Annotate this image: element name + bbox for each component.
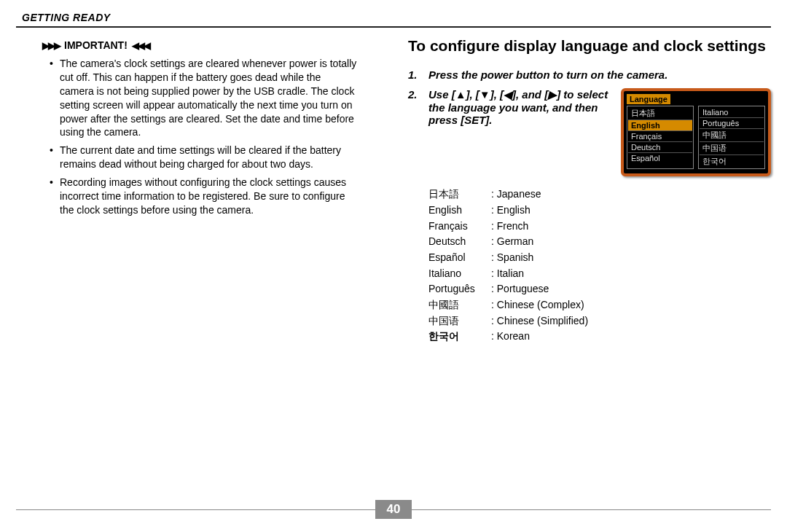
table-row: Deutsch: German — [428, 234, 771, 250]
screen-lang-item: Italiano — [700, 107, 764, 118]
language-legend-table: 日本語: Japanese English: English Français:… — [428, 187, 771, 345]
lang-desc: : Chinese (Simplified) — [491, 313, 588, 329]
screen-lang-item: Français — [628, 131, 692, 142]
table-row: 中国语: Chinese (Simplified) — [428, 313, 771, 329]
left-column: ▶▶▶ IMPORTANT! ◀◀◀ The camera's clock se… — [16, 35, 379, 345]
page-title: To configure display language and clock … — [408, 36, 771, 55]
list-item: The current date and time settings will … — [60, 144, 357, 171]
page-number: 40 — [375, 500, 412, 519]
triangle-right-icon: ▶▶▶ — [42, 40, 60, 51]
important-bullet-list: The camera's clock settings are cleared … — [60, 57, 379, 217]
lang-native: Español — [428, 250, 491, 266]
screen-lang-item: 日本語 — [628, 107, 692, 120]
section-header: GETTING READY — [16, 12, 771, 28]
screen-title: Language — [627, 94, 670, 104]
lang-desc: : French — [491, 219, 528, 235]
lang-desc: : Portuguese — [491, 281, 549, 297]
lang-desc: : English — [491, 203, 530, 219]
page-footer: 40 — [16, 500, 771, 519]
lang-native: 中国语 — [428, 313, 491, 329]
table-row: Français: French — [428, 219, 771, 235]
table-row: Português: Portuguese — [428, 281, 771, 297]
step-number: 1. — [408, 69, 421, 81]
lang-desc: : Japanese — [491, 187, 541, 203]
table-row: Italiano: Italian — [428, 266, 771, 282]
step-1-text: Press the power button to turn on the ca… — [428, 69, 667, 81]
table-row: Español: Spanish — [428, 250, 771, 266]
lang-native: 日本語 — [428, 187, 491, 203]
screen-lang-col-left: 日本語 English Français Deutsch Español — [627, 106, 694, 169]
step-2-text: Use [▲], [▼], [◀], and [▶] to select the… — [428, 88, 609, 126]
right-column: To configure display language and clock … — [408, 35, 771, 345]
screen-lang-item: Español — [628, 153, 692, 163]
lang-native: Français — [428, 219, 491, 235]
screen-lang-col-right: Italiano Português 中國語 中国语 한국어 — [698, 106, 765, 169]
important-label: IMPORTANT! — [64, 39, 128, 51]
step-1: 1. Press the power button to turn on the… — [408, 69, 771, 81]
lang-native: Italiano — [428, 266, 491, 282]
footer-rule — [412, 509, 771, 510]
lang-native: 한국어 — [428, 329, 491, 345]
lang-desc: : Italian — [491, 266, 524, 282]
footer-rule — [16, 509, 375, 510]
lang-native: Deutsch — [428, 234, 491, 250]
screen-lang-item-selected: English — [628, 120, 692, 131]
lang-desc: : German — [491, 234, 533, 250]
lang-desc: : Chinese (Complex) — [491, 297, 584, 313]
lang-native: Português — [428, 281, 491, 297]
table-row: 中國語: Chinese (Complex) — [428, 297, 771, 313]
screen-lang-item: 한국어 — [700, 155, 764, 168]
screen-lang-item: 中国语 — [700, 142, 764, 155]
table-row: 日本語: Japanese — [428, 187, 771, 203]
list-item: Recording images without configuring the… — [60, 176, 357, 217]
lang-desc: : Korean — [491, 329, 530, 345]
table-row: 한국어: Korean — [428, 329, 771, 345]
language-screen-illustration: Language 日本語 English Français Deutsch Es… — [621, 88, 771, 176]
lang-desc: : Spanish — [491, 250, 533, 266]
lang-native: 中國語 — [428, 297, 491, 313]
table-row: English: English — [428, 203, 771, 219]
screen-lang-item: 中國語 — [700, 129, 764, 142]
lang-native: English — [428, 203, 491, 219]
step-2: 2. Use [▲], [▼], [◀], and [▶] to select … — [408, 88, 771, 176]
step-number: 2. — [408, 88, 421, 176]
screen-lang-item: Deutsch — [628, 142, 692, 153]
important-heading: ▶▶▶ IMPORTANT! ◀◀◀ — [42, 39, 379, 51]
triangle-left-icon: ◀◀◀ — [132, 40, 149, 51]
screen-lang-item: Português — [700, 118, 764, 129]
list-item: The camera's clock settings are cleared … — [60, 57, 357, 139]
